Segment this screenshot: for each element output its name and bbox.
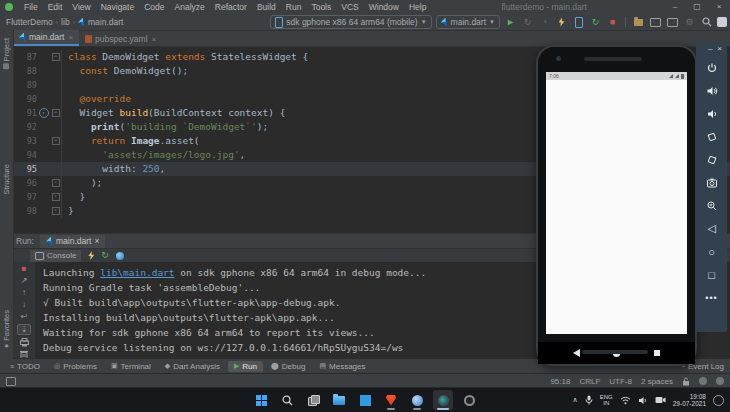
close-icon[interactable]: × — [94, 236, 99, 246]
emulator-more-button[interactable]: ••• — [703, 289, 720, 306]
emulator-home-button[interactable]: ○ — [703, 243, 720, 260]
apply-changes-button[interactable]: ↻ — [521, 16, 534, 29]
emulator-close-button[interactable]: × — [717, 44, 722, 53]
zoom-button[interactable] — [703, 197, 720, 214]
attach-debugger-button[interactable] — [572, 16, 585, 29]
breadcrumb-item[interactable]: lib — [61, 17, 70, 27]
taskbar-clock[interactable]: 19:0829-07-2021 — [673, 393, 706, 407]
emulator-screen[interactable]: 7:06 — [546, 72, 687, 334]
maximize-button[interactable]: ▢ — [686, 0, 708, 14]
run-tab[interactable]: main.dart × — [40, 235, 105, 248]
emulator-overview-button[interactable]: □ — [703, 266, 720, 283]
emulator-back-button[interactable]: ◁ — [703, 220, 720, 237]
notification-center-icon[interactable] — [713, 395, 724, 406]
breadcrumb-item[interactable]: FlutterDemo — [6, 17, 53, 27]
menu-file[interactable]: File — [19, 2, 43, 12]
close-icon[interactable]: × — [68, 33, 73, 42]
tool-window-terminal[interactable]: ▣Terminal — [105, 361, 157, 372]
up-stack-icon[interactable]: ↑ — [18, 288, 30, 297]
emulator-minimize-button[interactable]: – — [708, 44, 712, 53]
hot-reload-button[interactable] — [555, 16, 568, 29]
menu-vcs[interactable]: VCS — [336, 2, 363, 12]
device-manager-button[interactable] — [632, 16, 645, 29]
pin-icon[interactable]: ↗ — [18, 276, 30, 285]
app-blue-button[interactable] — [407, 390, 427, 410]
fold-marker-icon[interactable]: − — [52, 53, 60, 61]
soft-wrap-icon[interactable]: ↩ — [18, 312, 30, 321]
console-text-segment[interactable]: lib\main.dart — [100, 267, 174, 278]
gradle-daemon-icon[interactable] — [699, 377, 707, 385]
search-everywhere-button[interactable] — [700, 16, 713, 29]
sidebar-item-project[interactable]: Project — [2, 38, 11, 69]
caret-position[interactable]: 95:18 — [550, 377, 570, 386]
menu-analyze[interactable]: Analyze — [170, 2, 210, 12]
camera-icon[interactable] — [655, 396, 666, 404]
run-button[interactable]: ► — [504, 16, 517, 29]
speaker-icon[interactable] — [638, 396, 648, 405]
fold-marker-icon[interactable]: ‹ — [52, 193, 60, 201]
print-icon[interactable] — [18, 338, 30, 347]
layout-inspector-button[interactable] — [666, 16, 679, 29]
sync-button[interactable]: ⚙ — [683, 16, 696, 29]
fold-marker-icon[interactable]: − — [52, 109, 60, 117]
language-indicator[interactable]: ENGIN — [600, 394, 613, 406]
volume-down-button[interactable] — [703, 105, 720, 122]
obs-button[interactable] — [459, 390, 479, 410]
profile-avatar[interactable] — [717, 17, 727, 27]
taskbar-search-button[interactable] — [277, 390, 297, 410]
logcat-button[interactable] — [649, 16, 662, 29]
sidebar-item-favorites[interactable]: ★Favorites — [2, 310, 11, 350]
menu-refactor[interactable]: Refactor — [210, 2, 252, 12]
hot-restart-button[interactable]: ↻ — [589, 16, 602, 29]
wifi-icon[interactable] — [620, 396, 631, 405]
microphone-icon[interactable] — [585, 395, 593, 405]
rotate-right-button[interactable] — [703, 151, 720, 168]
scroll-to-end-icon[interactable]: ⇣ — [17, 324, 31, 335]
run-configuration-selector[interactable]: main.dart ▼ — [436, 15, 500, 29]
fold-marker-icon[interactable]: − — [52, 137, 60, 145]
file-explorer-button[interactable] — [329, 390, 349, 410]
fold-marker-icon[interactable]: ‹ — [52, 207, 60, 215]
tool-window-messages[interactable]: ▤Messages — [313, 361, 371, 372]
menu-tools[interactable]: Tools — [306, 2, 336, 12]
start-button[interactable] — [251, 390, 271, 410]
recents-icon[interactable] — [654, 350, 660, 356]
back-icon[interactable] — [573, 349, 580, 357]
device-selector[interactable]: sdk gphone x86 64 arm64 (mobile) ▼ — [270, 15, 431, 29]
menu-help[interactable]: Help — [404, 2, 431, 12]
minimize-button[interactable]: – — [664, 0, 686, 14]
menu-build[interactable]: Build — [252, 2, 281, 12]
notifications-icon[interactable] — [716, 377, 724, 385]
tab-pubspec.yaml[interactable]: pubspec.yaml× — [79, 32, 162, 46]
tray-expand-icon[interactable]: ∧ — [573, 396, 578, 404]
tab-main.dart[interactable]: main.dart× — [13, 30, 79, 46]
screenshot-button[interactable] — [703, 174, 720, 191]
fold-marker-icon[interactable]: ‹ — [52, 179, 60, 187]
menu-run[interactable]: Run — [281, 2, 307, 12]
devtools-icon[interactable] — [116, 252, 124, 260]
menu-window[interactable]: Window — [364, 2, 404, 12]
power-button[interactable] — [703, 59, 720, 76]
vscode-button[interactable] — [355, 390, 375, 410]
tool-window-switcher-icon[interactable] — [6, 377, 16, 386]
indent-setting[interactable]: 2 spaces — [641, 377, 673, 386]
menu-edit[interactable]: Edit — [43, 2, 68, 12]
rotate-left-button[interactable] — [703, 128, 720, 145]
android-emulator[interactable]: 7:06 — [536, 45, 697, 366]
task-view-button[interactable] — [303, 390, 323, 410]
file-encoding[interactable]: UTF-8 — [609, 377, 632, 386]
line-ending[interactable]: CRLF — [579, 377, 600, 386]
breadcrumb-item[interactable]: main.dart — [88, 17, 123, 27]
menu-navigate[interactable]: Navigate — [96, 2, 140, 12]
hot-reload-icon[interactable] — [88, 251, 94, 260]
hot-restart-icon[interactable]: ↻ — [101, 251, 109, 260]
lock-icon[interactable] — [682, 377, 690, 386]
tool-window-problems[interactable]: ◎Problems — [48, 361, 103, 372]
tool-window-debug[interactable]: ⬤Debug — [265, 361, 311, 372]
sidebar-item-structure[interactable]: Structure — [2, 164, 11, 194]
stop-button[interactable]: ■ — [606, 16, 619, 29]
close-icon[interactable]: × — [152, 35, 157, 44]
console-tab[interactable]: Console — [30, 250, 81, 262]
tool-window-dart-analysis[interactable]: ◆Dart Analysis — [159, 361, 226, 372]
down-stack-icon[interactable]: ↓ — [18, 300, 30, 309]
